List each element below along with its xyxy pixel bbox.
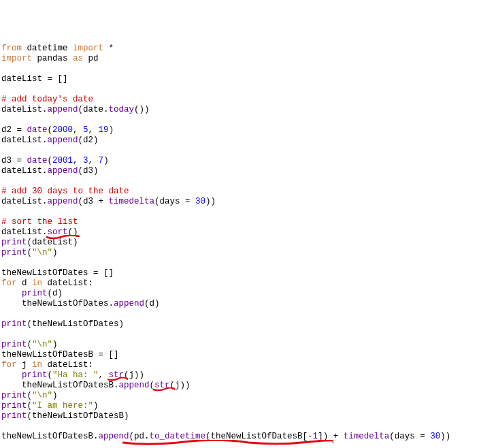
keyword-in: in — [32, 360, 42, 370]
keyword-in: in — [32, 278, 42, 288]
annotated-to-datetime: to_datetime — [150, 432, 206, 441]
comment: # sort the list — [1, 217, 78, 227]
annotated-str: str — [109, 370, 125, 380]
keyword-as: as — [73, 54, 83, 63]
keyword-import: import — [1, 54, 32, 63]
comment: # add 30 days to the date — [1, 187, 129, 196]
keyword-for: for — [1, 360, 17, 370]
code-block: from datetime import * import pandas as … — [1, 44, 450, 448]
keyword-from: from — [1, 44, 22, 53]
annotated-str: str — [154, 381, 170, 390]
keyword-for: for — [1, 278, 17, 288]
keyword-import: import — [73, 44, 103, 53]
comment: # add today's date — [1, 95, 93, 104]
annotated-sort: sort — [48, 227, 68, 237]
